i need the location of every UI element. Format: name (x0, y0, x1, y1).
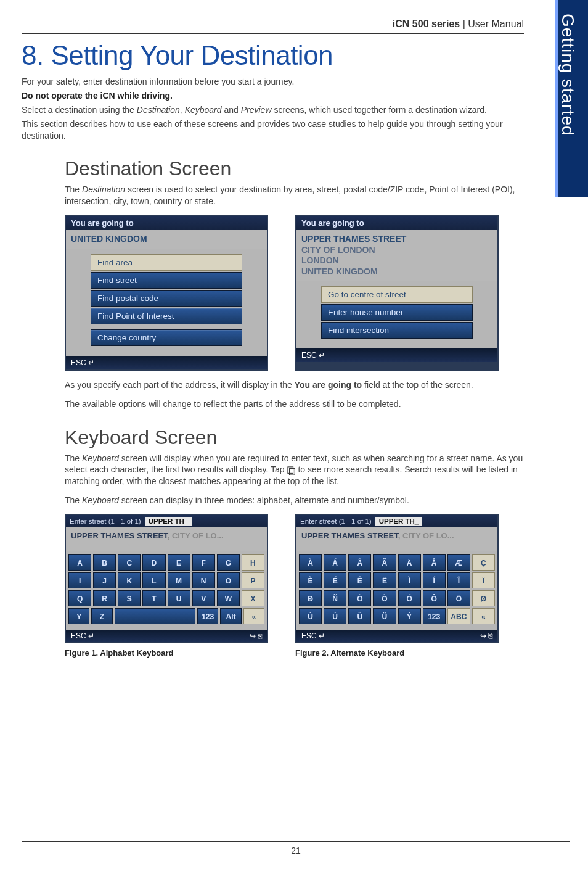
intro-warn: Do not operate the iCN while driving. (22, 90, 524, 102)
esc-label[interactable]: ESC ↵ (301, 351, 325, 360)
key[interactable]: X (242, 590, 264, 606)
section1-after2: The available options will change to ref… (65, 398, 524, 410)
key[interactable]: 123 (423, 608, 446, 624)
key[interactable]: À (299, 554, 322, 571)
key[interactable]: Ý (398, 608, 421, 624)
kb-entry[interactable]: UPPER TH (145, 517, 192, 526)
esc-label[interactable]: ESC ↵ (71, 358, 94, 367)
key[interactable]: E (168, 554, 190, 571)
esc-label[interactable]: ESC ↵ (301, 632, 325, 640)
key[interactable]: Ê (348, 572, 371, 588)
footer-right-icons[interactable]: ↪ ⎘ (480, 632, 492, 640)
key[interactable]: Ö (447, 590, 470, 606)
key[interactable]: J (93, 572, 116, 588)
key[interactable]: Ò (348, 590, 371, 606)
device-context: UPPER THAMES STREETCITY OF LONDONLONDONU… (296, 230, 497, 281)
key[interactable]: N (192, 572, 215, 588)
key[interactable]: Ì (398, 572, 421, 588)
key[interactable]: V (192, 590, 215, 606)
device-context: UNITED KINGDOM (66, 230, 267, 249)
chapter-heading: 8. Setting Your Destination (22, 40, 524, 71)
key[interactable]: Û (348, 608, 371, 624)
menu-item[interactable]: Find intersection (321, 322, 473, 339)
section1-desc: The Destination screen is used to select… (65, 184, 524, 207)
key[interactable]: Î (447, 572, 470, 588)
key[interactable]: H (242, 554, 264, 571)
header-title-bold: iCN 500 series (393, 19, 460, 29)
menu-item[interactable]: Find street (91, 272, 242, 289)
key[interactable]: T (142, 590, 165, 606)
section1-after1: As you specify each part of the address,… (65, 379, 524, 391)
key[interactable]: Y (68, 608, 89, 624)
key[interactable]: D (142, 554, 165, 571)
key[interactable]: P (242, 572, 264, 588)
key[interactable]: G (217, 554, 240, 571)
key[interactable]: Z (91, 608, 112, 624)
menu-item[interactable]: Enter house number (321, 304, 473, 321)
key[interactable]: K (118, 572, 141, 588)
keyboard-alphabet: Enter street (1 - 1 of 1) UPPER TH UPPER… (65, 514, 268, 643)
esc-label[interactable]: ESC ↵ (71, 632, 94, 640)
key[interactable]: ABC (447, 608, 470, 624)
menu-item[interactable]: Find Point of Interest (91, 308, 242, 324)
key[interactable]: R (93, 590, 116, 606)
key[interactable]: Ù (299, 608, 322, 624)
key[interactable]: C (118, 554, 141, 571)
key[interactable]: Ð (299, 590, 322, 606)
key[interactable]: U (168, 590, 190, 606)
key[interactable]: A (68, 554, 91, 571)
key[interactable]: Ô (423, 590, 446, 606)
key[interactable]: Ò (373, 590, 396, 606)
menu-item[interactable]: Find area (91, 254, 242, 271)
key[interactable]: Ç (472, 554, 495, 571)
figure1-caption: Figure 1. Alphabet Keyboard (65, 648, 268, 658)
key[interactable]: Æ (447, 554, 470, 571)
key[interactable]: S (118, 590, 141, 606)
key[interactable]: Å (423, 554, 446, 571)
menu-item[interactable]: Find postal code (91, 290, 242, 307)
destination-screen-right: You are going to UPPER THAMES STREETCITY… (295, 215, 499, 371)
section1-heading: Destination Screen (65, 157, 524, 180)
kb-result[interactable]: UPPER THAMES STREET, CITY OF LO... (66, 527, 267, 551)
key[interactable]: Í (423, 572, 446, 588)
key[interactable]: Ï (472, 572, 495, 588)
key[interactable]: I (68, 572, 91, 588)
key[interactable]: Ñ (324, 590, 346, 606)
key[interactable]: Ã (373, 554, 396, 571)
key[interactable]: Ø (472, 590, 495, 606)
key[interactable]: M (168, 572, 190, 588)
section2-desc2: The Keyboard screen can display in three… (65, 495, 524, 506)
key[interactable]: « (243, 608, 264, 624)
device-title: You are going to (66, 216, 267, 230)
menu-item[interactable]: Change country (91, 329, 242, 346)
key[interactable]: Ü (373, 608, 396, 624)
key[interactable]: L (142, 572, 165, 588)
key[interactable]: Alt (220, 608, 241, 624)
device-title: You are going to (296, 216, 497, 230)
kb-top-label: Enter street (1 - 1 of 1) (70, 517, 141, 525)
footer-right-icons[interactable]: ↪ ⎘ (250, 632, 262, 640)
key-space[interactable] (115, 608, 195, 624)
key[interactable]: W (217, 590, 240, 606)
keyboard-alternate: Enter street (1 - 1 of 1) UPPER TH_ UPPE… (295, 514, 499, 643)
key[interactable]: « (472, 608, 495, 624)
key[interactable]: Â (348, 554, 371, 571)
side-tab: Getting started (555, 0, 588, 197)
kb-entry[interactable]: UPPER TH_ (375, 517, 423, 526)
key[interactable]: 123 (197, 608, 218, 624)
header-title-rest: | User Manual (460, 19, 524, 29)
key[interactable]: O (217, 572, 240, 588)
key[interactable]: Á (324, 554, 346, 571)
key[interactable]: Ó (398, 590, 421, 606)
intro-p2: Select a destination using the Destinati… (22, 104, 524, 116)
menu-item[interactable]: Go to centre of street (321, 286, 473, 303)
key[interactable]: Q (68, 590, 91, 606)
key[interactable]: É (324, 572, 346, 588)
kb-result[interactable]: UPPER THAMES STREET, CITY OF LO... (296, 527, 497, 551)
key[interactable]: È (299, 572, 322, 588)
key[interactable]: Ú (324, 608, 346, 624)
key[interactable]: F (192, 554, 215, 571)
key[interactable]: Ä (398, 554, 421, 571)
key[interactable]: B (93, 554, 116, 571)
key[interactable]: Ë (373, 572, 396, 588)
